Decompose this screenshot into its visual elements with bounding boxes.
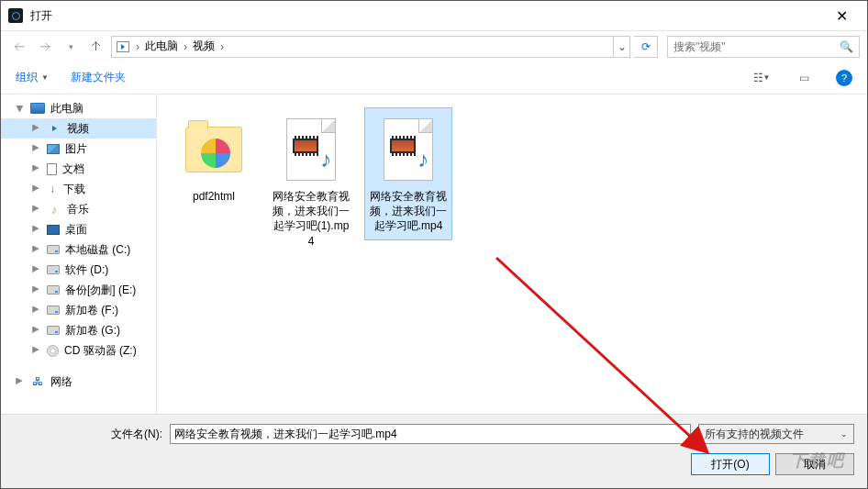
video-file-icon: ♪: [384, 118, 433, 181]
drive-icon: [47, 285, 60, 295]
breadcrumb-sep: ›: [182, 40, 189, 53]
breadcrumb-sep: ›: [134, 40, 141, 53]
navigation-row: 🡠 🡢 ▾ 🡡 › 此电脑 › 视频 › ⌄ ⟳ 🔍: [1, 30, 867, 61]
folder-icon: [185, 127, 242, 172]
file-label: pdf2html: [193, 189, 235, 204]
window-title: 打开: [30, 8, 823, 24]
preview-pane-button[interactable]: ▭: [794, 68, 814, 88]
sidebar-item-pictures[interactable]: ⯈图片: [1, 139, 156, 159]
sidebar-item-drive-d[interactable]: ⯈软件 (D:): [1, 260, 156, 280]
forward-button[interactable]: 🡢: [34, 36, 56, 58]
organize-menu[interactable]: 组织▼: [16, 70, 49, 85]
sidebar-item-drive-z[interactable]: ⯈CD 驱动器 (Z:): [1, 340, 156, 361]
video-folder-icon: [114, 38, 132, 56]
back-button[interactable]: 🡠: [8, 36, 30, 58]
network-icon: 🖧: [30, 375, 45, 388]
sidebar-item-this-pc[interactable]: ⯆此电脑: [1, 98, 156, 118]
search-input[interactable]: [673, 40, 840, 53]
sidebar-item-desktop[interactable]: ⯈桌面: [1, 219, 156, 239]
file-list[interactable]: pdf2html ♪ 网络安全教育视频，进来我们一起学习吧(1).mp4 ♪ 网…: [157, 94, 867, 425]
view-mode-button[interactable]: ☷ ▼: [751, 68, 772, 88]
sidebar-item-drive-g[interactable]: ⯈新加卷 (G:): [1, 320, 156, 340]
breadcrumb-videos[interactable]: 视频: [189, 39, 218, 54]
picture-icon: [47, 144, 60, 154]
breadcrumb-dropdown[interactable]: ⌄: [613, 37, 629, 57]
help-button[interactable]: ?: [836, 70, 852, 86]
sidebar-item-drive-c[interactable]: ⯈本地磁盘 (C:): [1, 239, 156, 260]
video-file-icon: ♪: [286, 118, 336, 181]
titlebar: 打开 ✕: [1, 1, 867, 30]
filename-input[interactable]: [170, 424, 691, 444]
file-item-folder[interactable]: pdf2html: [170, 107, 258, 210]
sidebar-item-drive-f[interactable]: ⯈新加卷 (F:): [1, 300, 156, 320]
dialog-footer: 文件名(N): 所有支持的视频文件⌄ 打开(O) 取消: [1, 414, 867, 488]
app-icon: [8, 8, 23, 23]
desktop-icon: [47, 225, 60, 235]
body-area: ⯆此电脑 ⯈视频 ⯈图片 ⯈文档 ⯈↓下载 ⯈♪音乐 ⯈桌面 ⯈本地磁盘 (C:…: [1, 94, 867, 425]
refresh-button[interactable]: ⟳: [634, 36, 658, 58]
file-label: 网络安全教育视频，进来我们一起学习吧(1).mp4: [272, 189, 351, 249]
file-label: 网络安全教育视频，进来我们一起学习吧.mp4: [369, 189, 448, 234]
drive-icon: [47, 306, 60, 315]
drive-icon: [47, 245, 60, 254]
sidebar-item-music[interactable]: ⯈♪音乐: [1, 199, 156, 219]
search-box[interactable]: 🔍: [667, 36, 860, 58]
sidebar-item-downloads[interactable]: ⯈↓下载: [1, 179, 156, 199]
drive-icon: [47, 265, 60, 274]
pc-icon: [30, 103, 45, 114]
new-folder-button[interactable]: 新建文件夹: [71, 70, 126, 85]
sidebar-item-documents[interactable]: ⯈文档: [1, 159, 156, 179]
file-item-video-selected[interactable]: ♪ 网络安全教育视频，进来我们一起学习吧.mp4: [364, 107, 452, 240]
breadcrumb-sep: ›: [218, 40, 226, 53]
breadcrumb-this-pc[interactable]: 此电脑: [141, 39, 182, 54]
toolbar: 组织▼ 新建文件夹 ☷ ▼ ▭ ?: [1, 61, 867, 94]
drive-icon: [47, 326, 60, 335]
sidebar-item-drive-e[interactable]: ⯈备份[勿删] (E:): [1, 280, 156, 300]
filename-label: 文件名(N):: [14, 427, 162, 442]
download-icon: ↓: [47, 183, 58, 194]
file-type-filter[interactable]: 所有支持的视频文件⌄: [698, 424, 854, 444]
close-button[interactable]: ✕: [823, 3, 860, 28]
open-button[interactable]: 打开(O): [691, 453, 770, 475]
video-icon: [47, 122, 61, 135]
cancel-button[interactable]: 取消: [775, 453, 854, 475]
document-icon: [47, 163, 57, 175]
music-icon: ♪: [47, 203, 61, 216]
breadcrumb[interactable]: › 此电脑 › 视频 › ⌄: [111, 36, 630, 58]
up-button[interactable]: 🡡: [85, 36, 107, 58]
cd-icon: [47, 345, 59, 357]
search-icon[interactable]: 🔍: [840, 40, 853, 53]
recent-dropdown[interactable]: ▾: [60, 36, 82, 58]
sidebar: ⯆此电脑 ⯈视频 ⯈图片 ⯈文档 ⯈↓下载 ⯈♪音乐 ⯈桌面 ⯈本地磁盘 (C:…: [1, 94, 157, 425]
file-item-video[interactable]: ♪ 网络安全教育视频，进来我们一起学习吧(1).mp4: [267, 107, 355, 255]
sidebar-item-videos[interactable]: ⯈视频: [1, 118, 156, 139]
sidebar-item-network[interactable]: ⯈🖧网络: [1, 372, 156, 392]
